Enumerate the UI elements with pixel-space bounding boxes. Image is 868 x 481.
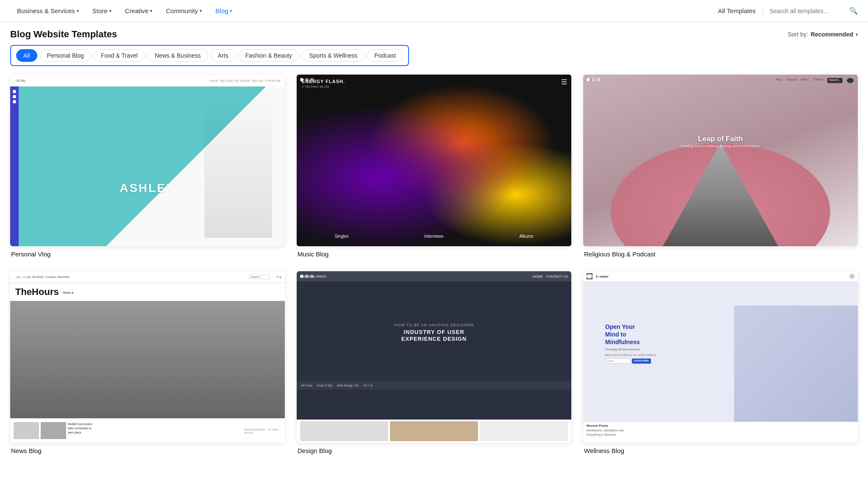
template-thumbnail-personal-vlog: Ashley Home My Vlog My Stories My Life F… bbox=[10, 75, 285, 246]
thumb-window-controls bbox=[14, 78, 27, 81]
thumb-header-wellness: B Breathe bbox=[583, 271, 858, 281]
thumb-email-field bbox=[605, 359, 631, 364]
nav-community-label: Community bbox=[166, 7, 198, 14]
nav-right: All Templates 🔍 bbox=[718, 6, 858, 16]
sort-value[interactable]: Recommended bbox=[811, 31, 853, 38]
filter-personal-blog[interactable]: Personal Blog bbox=[40, 49, 91, 62]
template-name-personal-vlog: Personal Vlog bbox=[10, 250, 285, 258]
nav-business-services[interactable]: Business & Services ▾ bbox=[10, 0, 86, 22]
thumb-title: Leap of Faith Trusting God is a lifelong… bbox=[681, 135, 760, 148]
page-header: Blog Website Templates Sort by: Recommen… bbox=[0, 22, 868, 45]
thumb-menu-icon bbox=[849, 274, 854, 279]
top-navigation: Business & Services ▾ Store ▾ Creative ▾… bbox=[0, 0, 868, 22]
nav-divider bbox=[762, 6, 763, 16]
template-name-wellness-blog: Wellness Blog bbox=[583, 447, 858, 454]
thumb-window-controls bbox=[587, 275, 600, 278]
nav-business-services-label: Business & Services bbox=[17, 7, 75, 14]
thumb-contact: CONTACT US bbox=[546, 275, 568, 278]
search-icon[interactable]: 🔍 bbox=[849, 7, 858, 15]
nav-blog[interactable]: Blog ▾ bbox=[209, 0, 239, 22]
nav-community[interactable]: Community ▾ bbox=[159, 0, 209, 22]
thumb-search-icon: ☰ bbox=[561, 78, 567, 86]
thumb-search-hours bbox=[249, 275, 270, 279]
filter-news-business[interactable]: News & Business bbox=[147, 49, 208, 62]
template-card-design-blog[interactable]: FEEDS & GRIDS. HOME CONTACT US HOW TO BE… bbox=[297, 271, 571, 454]
thumb-sidebar bbox=[10, 86, 19, 246]
thumb-nav-links: Home My Vlog My Stories My Life Follow M… bbox=[209, 79, 281, 83]
thumb-news-items: Middle East peacetalks scheduled totake … bbox=[10, 418, 285, 443]
filter-fashion-beauty[interactable]: Fashion & Beauty bbox=[238, 49, 300, 62]
thumb-window-controls bbox=[587, 78, 600, 81]
nav-creative[interactable]: Creative ▾ bbox=[118, 0, 159, 22]
thumb-tags-design: All PostsTools & TipsWeb Design 101UX / … bbox=[297, 381, 571, 389]
filter-podcast[interactable]: Podcast bbox=[367, 49, 403, 62]
thumb-window-controls bbox=[300, 78, 314, 81]
template-name-design-blog: Design Blog bbox=[297, 447, 571, 454]
template-card-religious-blog[interactable]: LO·P BlogPodcastAboutContact Search... L… bbox=[583, 75, 858, 258]
thumb-bg bbox=[297, 75, 571, 246]
nav-blog-label: Blog bbox=[215, 7, 228, 14]
nav-creative-label: Creative bbox=[125, 7, 149, 14]
filter-food-travel[interactable]: Food & Travel bbox=[94, 49, 145, 62]
thumb-window-controls bbox=[14, 275, 27, 278]
page-title: Blog Website Templates bbox=[10, 29, 117, 40]
filter-arts[interactable]: Arts bbox=[211, 49, 236, 62]
thumb-social-icon bbox=[13, 95, 16, 98]
thumb-image-hours bbox=[10, 301, 285, 418]
template-thumbnail-music-blog: ENERGY FLASH. // TECHNO BLOG ☰ Singles I… bbox=[297, 75, 571, 246]
thumb-tagline-wellness: Open YourMind toMindfulness The Blog off… bbox=[605, 323, 657, 364]
template-card-wellness-blog[interactable]: B Breathe Open YourMind toMindfulness Th… bbox=[583, 271, 858, 454]
thumb-social-icon bbox=[13, 100, 16, 103]
filter-tabs: All Personal Blog Food & Travel News & B… bbox=[10, 45, 409, 66]
chevron-down-icon: ▾ bbox=[856, 32, 858, 37]
chevron-down-icon: ▾ bbox=[200, 8, 202, 13]
template-name-music-blog: Music Blog bbox=[297, 250, 571, 258]
template-thumbnail-religious-blog: LO·P BlogPodcastAboutContact Search... L… bbox=[583, 75, 858, 246]
thumb-nav-bar: Ashley Home My Vlog My Stories My Life F… bbox=[10, 75, 285, 86]
thumb-recent-posts: Recent Posts Mindfulness, Meditation and… bbox=[583, 422, 858, 443]
template-card-news-blog[interactable]: Home About All News Contact Advertise f … bbox=[10, 271, 285, 454]
thumb-social-icon bbox=[13, 90, 16, 93]
thumb-card-2 bbox=[390, 421, 478, 441]
filter-all[interactable]: All bbox=[16, 49, 37, 62]
template-card-music-blog[interactable]: ENERGY FLASH. // TECHNO BLOG ☰ Singles I… bbox=[297, 75, 571, 258]
thumb-header-design: FEEDS & GRIDS. HOME CONTACT US bbox=[297, 271, 571, 281]
chevron-down-icon: ▾ bbox=[230, 8, 232, 13]
thumb-window-controls bbox=[300, 275, 314, 278]
template-thumbnail-wellness-blog: B Breathe Open YourMind toMindfulness Th… bbox=[583, 271, 858, 443]
thumb-bottom-design bbox=[297, 420, 571, 443]
nav-store-label: Store bbox=[92, 7, 108, 14]
thumb-label-singles: Singles bbox=[334, 234, 348, 239]
thumb-subscribe-btn: SUBSCRIBE bbox=[632, 359, 651, 364]
thumb-title-design: HOW TO BE AN AMAZING DESIGNER INDUSTRY O… bbox=[297, 323, 571, 343]
filter-sports-wellness[interactable]: Sports & Wellness bbox=[302, 49, 364, 62]
template-name-religious-blog: Religious Blog & Podcast bbox=[583, 250, 858, 258]
chevron-down-icon: ▾ bbox=[150, 8, 152, 13]
template-card-personal-vlog[interactable]: Ashley Home My Vlog My Stories My Life F… bbox=[10, 75, 285, 258]
thumb-nav: BlogPodcastAboutContact Search... bbox=[776, 78, 854, 83]
thumb-tagline: // TECHNO BLOG bbox=[302, 85, 329, 89]
nav-store[interactable]: Store ▾ bbox=[86, 0, 118, 22]
thumb-header-hours: Home About All News Contact Advertise f … bbox=[10, 271, 285, 283]
all-templates-button[interactable]: All Templates bbox=[718, 7, 756, 14]
nav-items: Business & Services ▾ Store ▾ Creative ▾… bbox=[10, 0, 718, 22]
search-input[interactable] bbox=[770, 8, 846, 14]
chevron-down-icon: ▾ bbox=[109, 8, 111, 13]
templates-grid: Ashley Home My Vlog My Stories My Life F… bbox=[0, 75, 868, 471]
sort-label: Sort by: bbox=[787, 31, 808, 38]
thumb-home: HOME bbox=[533, 275, 543, 278]
template-name-news-blog: News Blog bbox=[10, 447, 285, 454]
sort-control: Sort by: Recommended ▾ bbox=[787, 31, 858, 38]
thumb-labels: Singles Interviews Albums bbox=[297, 234, 571, 239]
thumb-label-interviews: Interviews bbox=[424, 234, 443, 239]
chevron-down-icon: ▾ bbox=[77, 8, 79, 13]
thumb-label-albums: Albums bbox=[519, 234, 533, 239]
search-area: 🔍 bbox=[770, 7, 858, 15]
thumb-nav-design: HOME CONTACT US bbox=[533, 275, 568, 278]
thumb-card-3 bbox=[480, 421, 568, 441]
template-thumbnail-news-blog: Home About All News Contact Advertise f … bbox=[10, 271, 285, 443]
template-thumbnail-design-blog: FEEDS & GRIDS. HOME CONTACT US HOW TO BE… bbox=[297, 271, 571, 443]
thumb-card-1 bbox=[300, 421, 388, 441]
thumb-social-hours: f t y bbox=[277, 275, 281, 278]
